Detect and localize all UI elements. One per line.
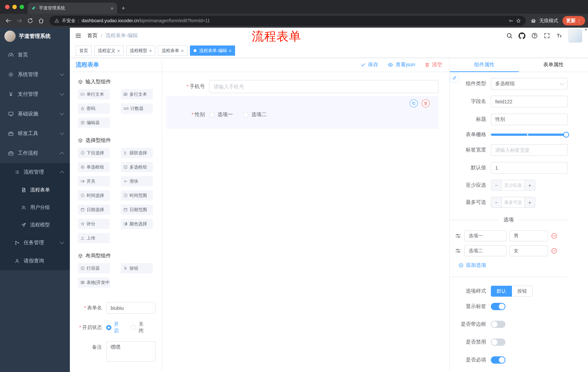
link-icon[interactable] <box>451 74 459 82</box>
default-value-input[interactable] <box>491 162 568 174</box>
tag-process-model[interactable]: 流程模型 <box>126 45 155 56</box>
component-type-select[interactable]: 多选框组 <box>491 78 568 90</box>
palette-item-button[interactable]: 按钮 <box>121 263 153 273</box>
forward-button[interactable] <box>15 16 24 25</box>
status-on-radio[interactable]: 开启 <box>106 321 123 334</box>
palette-item-time-range[interactable]: 时间范围 <box>121 190 153 201</box>
border-switch[interactable] <box>491 321 505 328</box>
bookmark-star-icon[interactable] <box>516 18 521 23</box>
min-select-input[interactable] <box>502 180 524 190</box>
palette-item-date-picker[interactable]: 日期选择 <box>78 205 110 215</box>
palette-item-table[interactable]: 表格[开发中] <box>78 277 110 287</box>
sidebar-toggle-button[interactable] <box>75 32 82 39</box>
gender-option-2-checkbox[interactable]: 选项二 <box>243 111 267 118</box>
increase-button[interactable] <box>524 197 535 207</box>
search-icon[interactable] <box>506 32 513 39</box>
option-value-input[interactable] <box>509 245 548 256</box>
browser-tab[interactable]: 芋道管理系统 <box>28 2 117 14</box>
browser-menu-icon[interactable] <box>577 18 581 23</box>
clear-button[interactable]: 清空 <box>425 62 442 68</box>
help-icon[interactable] <box>531 32 538 39</box>
field-name-input[interactable] <box>491 96 568 107</box>
form-remark-textarea[interactable]: 嘿嘿 <box>106 341 156 362</box>
tab-close-icon[interactable] <box>111 6 114 11</box>
breadcrumb-home[interactable]: 首页 <box>87 32 97 39</box>
label-width-input[interactable] <box>491 144 568 156</box>
close-icon[interactable] <box>181 48 184 53</box>
sidebar-item-process-model[interactable]: 流程模型 <box>0 216 70 234</box>
home-button[interactable] <box>36 16 46 25</box>
tag-home[interactable]: 首页 <box>76 45 92 56</box>
font-size-icon[interactable] <box>556 32 563 39</box>
palette-item-slider[interactable]: 滑块 <box>121 176 153 186</box>
new-tab-button[interactable] <box>122 5 125 11</box>
delete-component-button[interactable] <box>422 99 430 107</box>
canvas-field-gender[interactable]: 性别 选项一 选项二 <box>166 96 439 129</box>
gender-option-1-checkbox[interactable]: 选项一 <box>209 111 233 118</box>
sidebar-item-system[interactable]: 系统管理 <box>0 65 70 85</box>
palette-item-cascader[interactable]: 级联选择 <box>121 148 153 158</box>
option-value-input[interactable] <box>509 230 548 241</box>
palette-item-color-picker[interactable]: 颜色选择 <box>121 219 153 229</box>
option-name-input[interactable] <box>464 230 506 241</box>
tag-process-form[interactable]: 流程表单 <box>158 45 187 56</box>
save-button[interactable]: 保存 <box>361 62 378 68</box>
option-name-input[interactable] <box>464 245 506 256</box>
palette-item-switch[interactable]: 开关 <box>78 176 110 186</box>
sidebar-item-home[interactable]: 首页 <box>0 45 70 65</box>
palette-item-editor[interactable]: 编辑器 <box>78 117 110 128</box>
address-bar[interactable]: 不安全 dashboard.yudao.iocoder.cn/bpm/manag… <box>50 16 526 26</box>
password-key-icon[interactable] <box>508 18 514 23</box>
sidebar-item-process-management[interactable]: 流程管理 <box>0 163 70 181</box>
dropdown-caret-icon[interactable] <box>585 27 587 32</box>
option-style-button-button[interactable]: 按钮 <box>512 286 533 297</box>
back-button[interactable] <box>4 16 13 25</box>
status-off-radio[interactable]: 关闭 <box>131 321 148 334</box>
decrease-button[interactable] <box>491 180 502 190</box>
close-window-button[interactable] <box>5 5 10 9</box>
sidebar-item-task-management[interactable]: 任务管理 <box>0 234 70 252</box>
required-switch[interactable] <box>491 356 505 364</box>
sidebar-item-workflow[interactable]: 工作流程 <box>0 143 70 163</box>
view-json-button[interactable]: 查看json <box>388 62 415 68</box>
palette-item-date-range[interactable]: 日期范围 <box>121 205 153 215</box>
sidebar-item-leave-query[interactable]: 请假查询 <box>0 252 70 270</box>
option-delete-button[interactable] <box>551 247 557 254</box>
slider-handle[interactable] <box>563 132 569 138</box>
github-icon[interactable] <box>518 32 525 39</box>
option-style-default-button[interactable]: 默认 <box>491 286 512 297</box>
palette-item-password[interactable]: 密码 <box>78 103 110 114</box>
form-name-input[interactable] <box>106 302 156 314</box>
palette-item-counter[interactable]: 计数器 <box>121 103 153 114</box>
palette-item-select[interactable]: 下拉选择 <box>78 148 110 158</box>
palette-item-radio-group[interactable]: 单选框组 <box>78 162 110 172</box>
form-grid-slider[interactable] <box>491 131 568 138</box>
palette-item-single-line-text[interactable]: 单行文本 <box>78 89 110 99</box>
fullscreen-icon[interactable] <box>544 32 550 39</box>
tab-component-properties[interactable]: 组件属性 <box>450 58 519 72</box>
disabled-switch[interactable] <box>491 339 505 346</box>
tag-process-definition[interactable]: 流程定义 <box>94 45 124 56</box>
close-icon[interactable] <box>149 48 152 53</box>
palette-item-upload[interactable]: 上传 <box>78 233 110 243</box>
sidebar-item-infrastructure[interactable]: 基础设施 <box>0 104 70 124</box>
palette-item-row-container[interactable]: 行容器 <box>78 263 110 273</box>
close-icon[interactable] <box>117 48 120 53</box>
title-input[interactable] <box>491 114 568 125</box>
reload-button[interactable] <box>25 16 35 25</box>
sidebar-item-process-form[interactable]: 流程表单 <box>0 181 70 199</box>
palette-item-multi-line-text[interactable]: 多行文本 <box>121 89 153 99</box>
sidebar-item-devtools[interactable]: 研发工具 <box>0 124 70 143</box>
maximize-window-button[interactable] <box>20 5 24 9</box>
tag-process-form-edit[interactable]: 流程表单-编辑 <box>190 45 235 56</box>
copy-component-button[interactable] <box>410 99 418 107</box>
update-button[interactable]: 更新 <box>563 16 585 25</box>
tab-form-properties[interactable]: 表单属性 <box>519 58 588 72</box>
canvas-field-phone[interactable]: 手机号 <box>166 77 439 96</box>
max-select-input[interactable] <box>502 197 524 207</box>
option-delete-button[interactable] <box>551 233 557 239</box>
show-label-switch[interactable] <box>491 303 505 310</box>
palette-item-time-picker[interactable]: 时间选择 <box>78 190 110 201</box>
close-icon[interactable] <box>229 48 231 53</box>
decrease-button[interactable] <box>491 197 502 207</box>
